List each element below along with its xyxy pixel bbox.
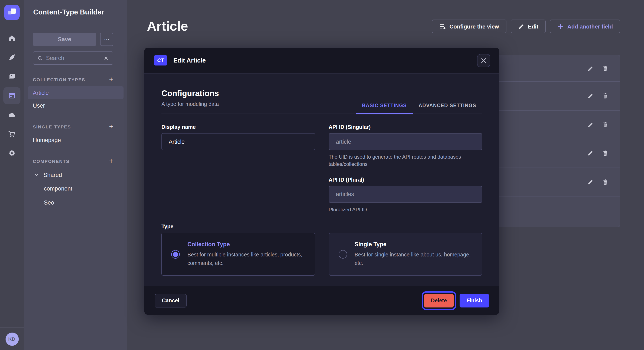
collection-type-desc: Best for multiple instances like article… [188, 250, 305, 267]
api-id-plural-input[interactable] [328, 186, 482, 203]
tab-basic-settings[interactable]: BASIC SETTINGS [356, 103, 413, 114]
finish-button[interactable]: Finish [460, 294, 489, 307]
single-type-radio[interactable] [338, 250, 347, 258]
grid-spacer [162, 169, 315, 214]
type-label: Type [162, 224, 482, 230]
collection-type-card[interactable]: Collection Type Best for multiple instan… [162, 233, 315, 276]
modal-body: Configurations A type for modeling data … [144, 74, 499, 286]
collection-type-radio[interactable] [171, 250, 180, 258]
modal-header: CT Edit Article [144, 48, 499, 74]
close-icon [481, 58, 486, 63]
display-name-label: Display name [162, 124, 315, 130]
close-button[interactable] [477, 54, 490, 67]
display-name-field-group: Display name [162, 124, 315, 169]
delete-button[interactable]: Delete [424, 294, 454, 307]
settings-tabs: BASIC SETTINGS ADVANCED SETTINGS [356, 103, 482, 114]
collection-type-title: Collection Type [188, 241, 305, 247]
api-id-singular-field-group: API ID (Singular) The UID is used to gen… [328, 124, 482, 169]
api-id-plural-field-group: API ID (Plural) Pluralized API ID [328, 177, 482, 214]
configurations-subtitle: A type for modeling data [162, 101, 219, 107]
single-type-title: Single Type [354, 241, 472, 247]
configurations-heading: Configurations [162, 89, 219, 98]
app-window: KD Content-Type Builder Save ··· COLLECT… [0, 0, 644, 350]
edit-article-modal: CT Edit Article Configurations A type fo… [144, 48, 499, 315]
modal-title: Edit Article [173, 57, 477, 64]
api-id-plural-label: API ID (Plural) [328, 177, 482, 183]
api-id-singular-input[interactable] [328, 133, 482, 150]
content-type-badge: CT [154, 55, 168, 65]
cancel-button[interactable]: Cancel [154, 294, 186, 307]
display-name-input[interactable] [162, 133, 315, 150]
api-id-singular-hint: The UID is used to generate the API rout… [328, 154, 482, 169]
single-type-desc: Best for single instance like about us, … [354, 250, 472, 267]
api-id-plural-hint: Pluralized API ID [328, 206, 482, 214]
modal-footer: Cancel Delete Finish [144, 286, 499, 315]
api-id-singular-label: API ID (Singular) [328, 124, 482, 130]
tab-advanced-settings[interactable]: ADVANCED SETTINGS [413, 103, 482, 114]
single-type-card[interactable]: Single Type Best for single instance lik… [328, 233, 482, 276]
